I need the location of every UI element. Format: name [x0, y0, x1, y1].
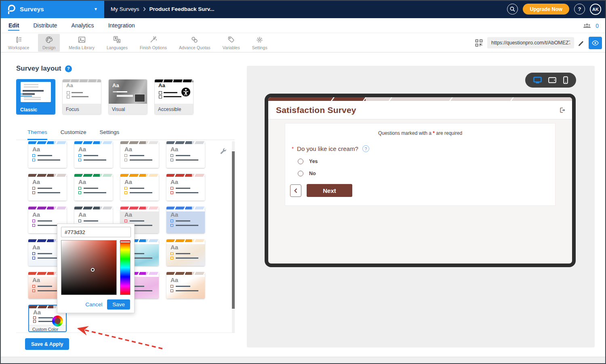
- color-wheel-icon: [52, 316, 63, 326]
- media-library-icon: [78, 36, 86, 44]
- layout-thumbnail: Aa: [17, 80, 55, 104]
- progress-fill: [268, 97, 366, 101]
- saturation-area[interactable]: [61, 240, 117, 295]
- product-switcher[interactable]: Surveys ▼: [0, 0, 104, 18]
- theme-card[interactable]: Aa: [74, 174, 113, 201]
- color-picker-popup: Cancel Save: [57, 224, 135, 313]
- cancel-link[interactable]: Cancel: [85, 301, 102, 308]
- back-button[interactable]: [290, 184, 301, 197]
- accessibility-icon: [181, 88, 190, 96]
- layout-option-visual[interactable]: Aa Visual: [108, 79, 147, 115]
- topbar-actions: Upgrade Now ? AK: [507, 0, 601, 18]
- desktop-preview-button[interactable]: [533, 77, 542, 84]
- nav-tab[interactable]: Edit: [8, 19, 19, 32]
- answer-option-yes[interactable]: Yes: [298, 159, 555, 164]
- layout-help-icon[interactable]: ?: [65, 65, 72, 72]
- upgrade-now-button[interactable]: Upgrade Now: [523, 4, 569, 15]
- theme-color-bar: [166, 207, 205, 209]
- next-button[interactable]: Next: [307, 184, 352, 197]
- breadcrumb-current: Product Feedback Surv...: [149, 6, 215, 12]
- tool-variables[interactable]: Variables: [219, 34, 243, 52]
- edit-url-icon[interactable]: [578, 40, 584, 46]
- breadcrumb-root[interactable]: My Surveys: [111, 6, 139, 12]
- questionpro-design-page: Surveys ▼ My Surveys Product Feedback Su…: [0, 0, 606, 364]
- themes-scrollbar-thumb[interactable]: [232, 151, 235, 309]
- search-button[interactable]: [507, 4, 518, 15]
- share-url-input[interactable]: [487, 37, 574, 48]
- theme-color-bar: [28, 174, 67, 177]
- preview-panel: Satisfaction Survey Questions marked wit…: [247, 66, 595, 347]
- theme-card[interactable]: Aa: [166, 239, 205, 266]
- answer-options: Yes No: [285, 159, 555, 176]
- layout-option-focus[interactable]: Aa Focus: [62, 79, 101, 115]
- nav-tab[interactable]: Distribute: [33, 19, 57, 32]
- breadcrumb-chevron-icon: [143, 7, 146, 11]
- tablet-preview-button[interactable]: [548, 77, 556, 83]
- mobile-icon: [563, 76, 568, 84]
- qr-code-icon[interactable]: [475, 39, 483, 47]
- question-help-icon[interactable]: ?: [362, 145, 369, 152]
- exit-survey-icon[interactable]: [559, 107, 565, 113]
- question-text: Do you like ice cream?: [297, 145, 358, 152]
- back-chevron-icon: [294, 188, 297, 193]
- avatar[interactable]: AK: [590, 4, 601, 15]
- tool-advance-quotas[interactable]: Advance Quotas: [176, 34, 214, 52]
- theme-color-bar: [120, 207, 159, 209]
- save-and-apply-button[interactable]: Save & Apply: [25, 338, 69, 350]
- chevron-down-icon[interactable]: ▼: [94, 7, 98, 11]
- theme-color-bar: [74, 174, 113, 177]
- layout-option-classic[interactable]: Aa Classic: [16, 79, 55, 115]
- tool-finish-options[interactable]: Finish Options: [137, 34, 170, 52]
- questionpro-logo-icon: [6, 4, 15, 15]
- layout-option-accessible[interactable]: Aa Accessible: [154, 79, 194, 115]
- survey-header: Satisfaction Survey: [268, 101, 572, 119]
- radio-icon[interactable]: [298, 159, 303, 164]
- help-button[interactable]: ?: [574, 4, 585, 15]
- tool-design[interactable]: Design: [38, 34, 60, 52]
- theme-card[interactable]: Aa: [166, 272, 205, 299]
- theme-color-bar: [74, 141, 113, 144]
- theme-card[interactable]: Aa: [120, 174, 159, 201]
- answer-option-no[interactable]: No: [298, 171, 555, 176]
- tool-languages[interactable]: Languages: [103, 34, 131, 52]
- collaborator-count[interactable]: 0: [595, 23, 599, 29]
- panel-tab-settings[interactable]: Settings: [100, 129, 120, 140]
- mobile-preview-button[interactable]: [563, 76, 568, 84]
- finish-options-icon: [149, 36, 158, 44]
- breadcrumb: My Surveys Product Feedback Surv...: [111, 6, 215, 12]
- tool-media-library[interactable]: Media Library: [65, 34, 98, 52]
- theme-color-bar: [166, 141, 205, 144]
- save-color-button[interactable]: Save: [107, 299, 130, 310]
- panel-tab-customize[interactable]: Customize: [61, 129, 86, 140]
- search-icon: [509, 6, 516, 12]
- hue-cursor[interactable]: [120, 241, 130, 243]
- theme-card[interactable]: Aa: [28, 141, 67, 168]
- tool-workspace[interactable]: Workspace: [5, 34, 32, 52]
- collaborators-icon[interactable]: [583, 23, 591, 29]
- required-star: *: [292, 146, 294, 152]
- nav-tab[interactable]: Integration: [108, 19, 135, 32]
- theme-card[interactable]: Aa: [28, 174, 67, 201]
- layout-thumbnail: Aa: [109, 79, 147, 104]
- top-bar: Surveys ▼ My Surveys Product Feedback Su…: [0, 0, 606, 18]
- themes-scrollbar[interactable]: [232, 141, 235, 333]
- theme-card[interactable]: Aa: [166, 174, 205, 201]
- hex-color-input[interactable]: [61, 227, 131, 237]
- survey-title: Satisfaction Survey: [276, 105, 356, 115]
- theme-card[interactable]: Aa: [74, 141, 113, 168]
- theme-color-bar: [28, 141, 67, 144]
- theme-card[interactable]: Aa: [120, 141, 159, 168]
- preview-survey-button[interactable]: [589, 37, 602, 49]
- workspace-icon: [15, 36, 23, 44]
- theme-card[interactable]: Aa: [166, 141, 205, 168]
- panel-tab-themes[interactable]: Themes: [27, 129, 47, 140]
- nav-tab[interactable]: Analytics: [71, 19, 95, 32]
- question-card: Questions marked with a * are required *…: [285, 123, 556, 206]
- tool-settings[interactable]: Settings: [249, 34, 271, 52]
- theme-panel-tabs: ThemesCustomizeSettings: [16, 126, 235, 140]
- theme-settings-wrench-icon[interactable]: [219, 147, 226, 154]
- radio-icon[interactable]: [298, 171, 303, 176]
- saturation-cursor[interactable]: [91, 268, 95, 272]
- hue-slider[interactable]: [120, 240, 130, 295]
- theme-card[interactable]: Aa: [166, 207, 205, 233]
